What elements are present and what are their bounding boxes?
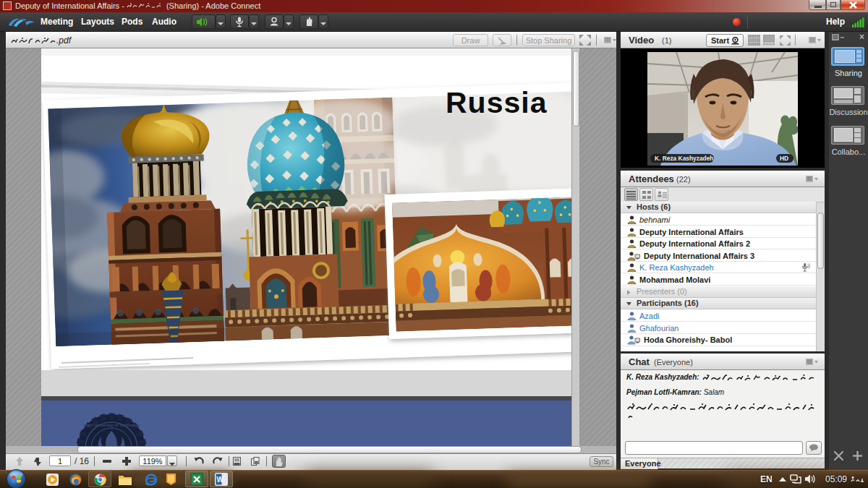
svg-text:Sharif University of Technolog: Sharif University of Technology [82,423,141,427]
svg-text:W: W [217,476,224,484]
svg-text:.pdf: .pdf [56,35,72,46]
svg-text:K. Reza Kashyzadeh: K. Reza Kashyzadeh [655,155,713,162]
svg-text:HD: HD [780,155,788,162]
svg-text:Russia: Russia [446,86,548,119]
